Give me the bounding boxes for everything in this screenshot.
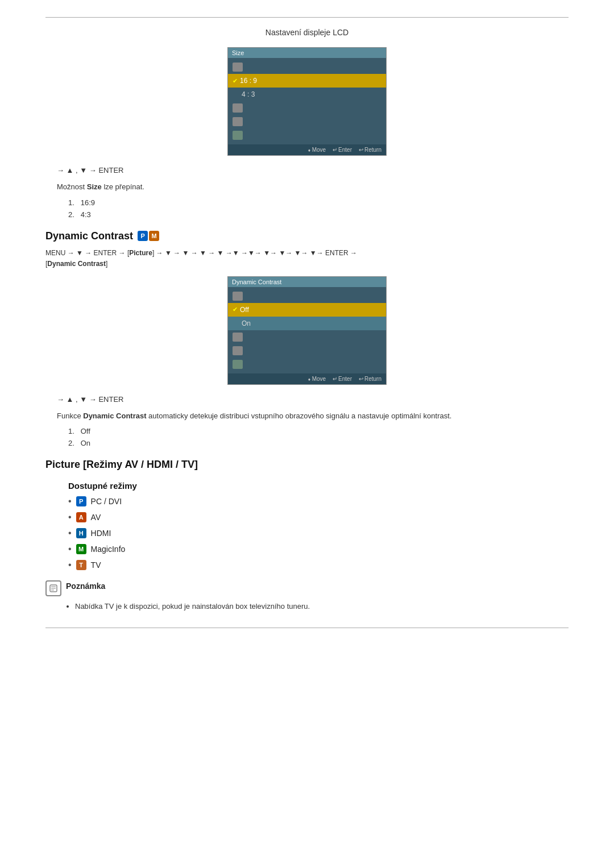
size-description: Možnost Size lze přepínat.: [57, 181, 569, 193]
top-rule: [45, 17, 569, 18]
dc-screen-box: Dynamic Contrast ✔ Off On: [227, 276, 387, 385]
dc-screen-mockup: Dynamic Contrast ✔ Off On: [45, 276, 569, 385]
dc-menu-icon2: [228, 330, 386, 344]
bullet-pc: •: [68, 496, 72, 506]
dc-check-off: ✔: [233, 306, 238, 313]
pencil-icon: [49, 584, 58, 593]
dc-options-list: 1. Off 2. On: [68, 427, 569, 447]
size-menu-icon2: [228, 101, 386, 115]
modes-list: • P PC / DVI • A AV • H HDMI • M MagicIn…: [68, 496, 569, 570]
picture-section-heading: Picture [Režimy AV / HDMI / TV]: [45, 459, 569, 471]
dynamic-contrast-title: Dynamic Contrast: [45, 230, 133, 242]
size-icon1: [233, 63, 243, 72]
size-menu-icon1: [228, 60, 386, 74]
size-screen-title: Size: [228, 48, 386, 58]
dc-label-off: Off: [240, 306, 249, 314]
dc-icon2: [233, 333, 243, 342]
size-return: ↩ Return: [359, 147, 381, 153]
bullet-hdmi: •: [68, 528, 72, 538]
dc-icon3: [233, 346, 243, 355]
dc-option-2-label: On: [81, 439, 90, 447]
mode-label-av: AV: [91, 513, 101, 522]
mode-pc: • P PC / DVI: [68, 496, 569, 506]
dc-menu-icon1: [228, 289, 386, 303]
mode-magicinfo: • M MagicInfo: [68, 544, 569, 554]
size-options-list: 1. 16:9 2. 4:3: [68, 198, 569, 219]
size-screen-box: Size ✔ 16 : 9 4 : 3: [227, 47, 387, 156]
size-option-2: 2. 4:3: [68, 210, 569, 219]
size-icon4: [233, 131, 243, 140]
size-menu-icon3: [228, 115, 386, 128]
dc-menu-instruction: MENU → ▼ → ENTER → [Picture] → ▼ → ▼ → ▼…: [45, 248, 569, 269]
note-icon: [45, 580, 61, 596]
dc-option-1-label: Off: [81, 427, 90, 435]
dc-menu-off[interactable]: ✔ Off: [228, 303, 386, 317]
dc-description: Funkce Dynamic Contrast automaticky dete…: [57, 410, 569, 422]
mode-label-pc: PC / DVI: [91, 497, 122, 506]
bullet-tv: •: [68, 560, 72, 570]
size-label-169: 16 : 9: [240, 77, 257, 85]
size-check-169: ✔: [233, 77, 238, 85]
dynamic-contrast-heading: Dynamic Contrast P M: [45, 230, 569, 242]
dc-label-on: On: [242, 319, 251, 327]
size-menu-list: ✔ 16 : 9 4 : 3: [228, 58, 386, 144]
size-icon3: [233, 117, 243, 126]
dc-option-2: 2. On: [68, 439, 569, 447]
dc-menu-list: ✔ Off On: [228, 287, 386, 373]
note-label: Poznámka: [66, 579, 105, 591]
dc-icon1: [233, 292, 243, 301]
size-menu-169[interactable]: ✔ 16 : 9: [228, 74, 386, 88]
mode-badge-p: P: [76, 496, 86, 506]
mode-badge-t: T: [76, 560, 86, 570]
page-container: Nastavení displeje LCD Size ✔ 16 : 9 4 :…: [0, 0, 614, 651]
dc-enter: ↵ Enter: [333, 376, 352, 382]
dc-menu-on[interactable]: On: [228, 317, 386, 330]
dc-icon4: [233, 360, 243, 369]
note-box: Poznámka: [45, 579, 569, 596]
size-option-1: 1. 16:9: [68, 198, 569, 207]
bullet-av: •: [68, 512, 72, 522]
dc-menu-icon4: [228, 358, 386, 371]
dc-move: ⬧ Move: [308, 376, 326, 382]
dc-return: ↩ Return: [359, 376, 381, 382]
mode-label-magicinfo: MagicInfo: [91, 545, 126, 554]
mode-badge-m: M: [76, 544, 86, 554]
dc-screen-title: Dynamic Contrast: [228, 277, 386, 287]
bottom-rule: [45, 628, 569, 628]
size-bottom-bar: ⬧ Move ↵ Enter ↩ Return: [228, 144, 386, 155]
page-header: Nastavení displeje LCD: [45, 28, 569, 37]
nav-instruction-2: → ▲ , ▼ → ENTER: [57, 395, 569, 404]
dc-option-1: 1. Off: [68, 427, 569, 435]
size-enter: ↵ Enter: [333, 147, 352, 153]
dc-bottom-bar: ⬧ Move ↵ Enter ↩ Return: [228, 373, 386, 384]
badge-p: P: [138, 231, 148, 241]
size-menu-43[interactable]: 4 : 3: [228, 88, 386, 101]
mode-tv: • T TV: [68, 560, 569, 570]
size-option-2-label: 4:3: [81, 210, 91, 219]
note-item-1: Nabídka TV je k dispozici, pokud je nain…: [75, 602, 569, 610]
size-move: ⬧ Move: [308, 147, 326, 153]
mode-label-hdmi: HDMI: [91, 529, 111, 538]
note-content: Nabídka TV je k dispozici, pokud je nain…: [66, 602, 569, 610]
size-menu-icon4: [228, 128, 386, 142]
mode-av: • A AV: [68, 512, 569, 522]
mode-label-tv: TV: [91, 560, 101, 570]
size-option-1-label: 16:9: [81, 198, 95, 207]
size-icon2: [233, 103, 243, 113]
dc-menu-icon3: [228, 344, 386, 358]
size-label-43: 4 : 3: [242, 90, 255, 98]
mode-badge-h: H: [76, 528, 86, 538]
size-screen-mockup: Size ✔ 16 : 9 4 : 3: [45, 47, 569, 156]
badge-m: M: [149, 231, 159, 241]
size-bold: Size: [87, 182, 102, 191]
picture-section-title: Picture [Režimy AV / HDMI / TV]: [45, 459, 198, 471]
available-modes-heading: Dostupné režimy: [68, 481, 569, 491]
mode-hdmi: • H HDMI: [68, 528, 569, 538]
nav-instruction-1: → ▲ , ▼ → ENTER: [57, 166, 569, 175]
bullet-magicinfo: •: [68, 544, 72, 554]
mode-badge-a: A: [76, 512, 86, 522]
dynamic-contrast-badges: P M: [138, 231, 159, 241]
